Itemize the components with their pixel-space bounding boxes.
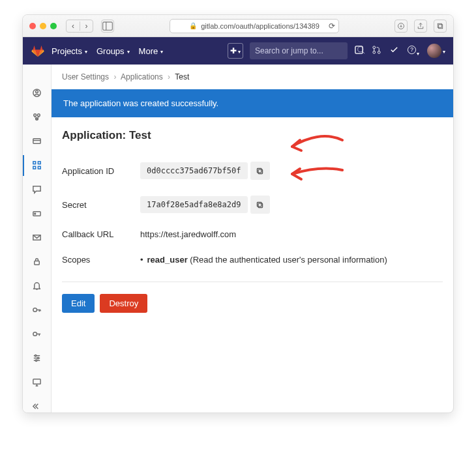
svg-point-8 <box>373 46 376 49</box>
sidebar-emails-icon[interactable] <box>32 233 42 242</box>
svg-point-9 <box>373 51 376 53</box>
toolbar-right-icons <box>394 20 447 33</box>
nav-more[interactable]: More▾ <box>139 46 164 56</box>
svg-rect-18 <box>33 139 40 144</box>
minimize-window-icon[interactable] <box>40 23 46 29</box>
user-menu[interactable]: ▾ <box>427 44 445 58</box>
search-box[interactable] <box>250 42 348 59</box>
sidebar-toggle-button[interactable] <box>101 20 114 33</box>
chevron-down-icon: ▾ <box>127 49 130 55</box>
destroy-button[interactable]: Destroy <box>100 294 147 313</box>
svg-rect-22 <box>33 166 36 169</box>
search-input[interactable] <box>255 46 353 55</box>
svg-rect-27 <box>35 261 40 265</box>
svg-point-33 <box>35 355 36 356</box>
sidebar-gpg-keys-icon[interactable] <box>32 329 42 339</box>
sidebar-notifications-icon[interactable] <box>32 281 42 291</box>
svg-point-25 <box>35 213 36 214</box>
svg-point-29 <box>33 332 37 336</box>
action-buttons: Edit Destroy <box>62 294 443 313</box>
svg-rect-4 <box>439 24 443 28</box>
reload-icon[interactable]: ⟳ <box>329 22 335 31</box>
url-text: gitlab.com/oauth/applications/134389 <box>201 22 320 30</box>
label-application-id: Application ID <box>62 166 140 176</box>
close-window-icon[interactable] <box>29 23 36 29</box>
sidebar-collapse-icon[interactable] <box>32 401 42 411</box>
gitlab-header: Projects▾ Groups▾ More▾ ✚▾ ?▾ ▾ <box>23 37 453 65</box>
flash-success: The application was created successfully… <box>52 89 453 117</box>
chevron-down-icon: ▾ <box>238 49 241 55</box>
chevron-down-icon: ▾ <box>160 49 163 55</box>
download-icon[interactable] <box>394 20 408 33</box>
svg-rect-36 <box>33 379 40 384</box>
sidebar-password-icon[interactable] <box>32 257 42 267</box>
value-callback: https://test.jaredwolff.com <box>140 229 236 239</box>
svg-rect-0 <box>103 22 113 29</box>
breadcrumb-separator: › <box>113 72 116 81</box>
label-callback: Callback URL <box>62 229 140 239</box>
svg-rect-21 <box>38 162 40 164</box>
help-icon[interactable]: ?▾ <box>407 45 419 57</box>
row-scopes: Scopes •read_user (Read the authenticate… <box>62 247 443 272</box>
value-secret: 17a0f28e5adfa8e8a2d9 <box>140 196 248 213</box>
copy-application-id-button[interactable] <box>250 162 270 180</box>
row-callback: Callback URL https://test.jaredwolff.com <box>62 222 443 247</box>
svg-point-28 <box>33 308 37 312</box>
browser-toolbar: ‹ › 🔒 gitlab.com/oauth/applications/1343… <box>23 15 453 37</box>
new-menu-button[interactable]: ✚▾ <box>228 43 243 59</box>
divider <box>62 282 443 282</box>
sidebar-preferences-icon[interactable] <box>32 353 42 363</box>
breadcrumb-applications[interactable]: Applications <box>121 72 163 81</box>
sidebar-account-icon[interactable] <box>32 112 42 122</box>
tabs-icon[interactable] <box>434 20 447 33</box>
label-secret: Secret <box>62 200 140 210</box>
row-secret: Secret 17a0f28e5adfa8e8a2d9 <box>62 188 443 222</box>
svg-point-35 <box>35 360 37 361</box>
sidebar-billing-icon[interactable] <box>32 136 42 146</box>
share-icon[interactable] <box>414 20 427 33</box>
breadcrumb-current: Test <box>175 72 189 81</box>
nav-arrow-group: ‹ › <box>66 20 93 33</box>
svg-point-10 <box>378 51 380 53</box>
edit-button[interactable]: Edit <box>62 294 95 313</box>
svg-rect-3 <box>438 23 441 27</box>
breadcrumb-separator: › <box>168 72 170 81</box>
sidebar-active-sessions-icon[interactable] <box>32 377 42 387</box>
todo-icon[interactable] <box>389 45 399 57</box>
forward-button[interactable]: › <box>80 22 93 31</box>
address-bar[interactable]: 🔒 gitlab.com/oauth/applications/134389 ⟳ <box>170 19 339 33</box>
lock-icon: 🔒 <box>189 22 197 29</box>
sidebar-ssh-keys-icon[interactable] <box>32 305 42 315</box>
window-controls <box>29 23 57 29</box>
copy-secret-button[interactable] <box>250 196 270 214</box>
sidebar-chat-icon[interactable] <box>32 184 42 194</box>
nav-projects[interactable]: Projects▾ <box>52 46 87 56</box>
sidebar-applications-icon[interactable] <box>32 160 42 170</box>
sidebar-access-tokens-icon[interactable] <box>32 209 42 218</box>
chevron-down-icon: ▾ <box>443 49 445 55</box>
svg-point-15 <box>34 114 37 117</box>
primary-nav: Projects▾ Groups▾ More▾ <box>52 46 163 56</box>
sidebar-profile-icon[interactable] <box>32 88 42 98</box>
header-right-icons: ?▾ ▾ <box>354 44 445 58</box>
svg-rect-7 <box>355 46 363 53</box>
chevron-down-icon: ▾ <box>85 49 87 55</box>
breadcrumb: User Settings › Applications › Test <box>52 65 453 89</box>
main-content: User Settings › Applications › Test The … <box>52 65 453 413</box>
value-scopes: •read_user (Read the authenticated user'… <box>140 255 387 265</box>
svg-point-14 <box>36 91 38 93</box>
issues-icon[interactable] <box>354 45 364 57</box>
back-button[interactable]: ‹ <box>67 22 80 31</box>
svg-text:?: ? <box>410 46 413 53</box>
svg-point-34 <box>37 357 38 358</box>
svg-point-16 <box>37 114 40 117</box>
breadcrumb-user-settings[interactable]: User Settings <box>62 72 109 81</box>
page-title: Application: Test <box>62 129 443 142</box>
svg-rect-23 <box>38 166 40 169</box>
nav-groups[interactable]: Groups▾ <box>97 46 130 56</box>
value-application-id: 0d0cccc375ad677bf50f <box>140 162 248 179</box>
svg-rect-20 <box>33 162 36 164</box>
merge-requests-icon[interactable] <box>372 45 381 57</box>
maximize-window-icon[interactable] <box>50 23 57 29</box>
gitlab-logo-icon[interactable] <box>31 44 45 58</box>
